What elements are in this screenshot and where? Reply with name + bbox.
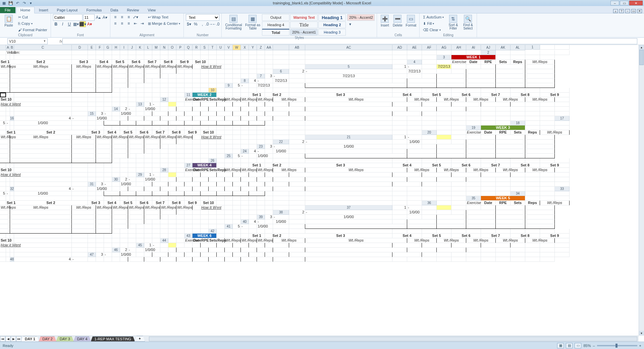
indent-dec[interactable]: ⇤ <box>132 20 139 27</box>
align-left[interactable]: ≡ <box>112 20 118 27</box>
help-icon[interactable]: ? <box>619 9 624 13</box>
formula-input[interactable] <box>62 38 637 44</box>
cell-styles-gallery[interactable]: Output Warning Text Heading 1 Heading 4 … <box>262 14 346 36</box>
cond-icon: ▤ <box>229 15 237 23</box>
merge-icon: ⊞ <box>148 21 151 26</box>
group-label: Font <box>53 33 108 37</box>
underline-button[interactable]: U <box>66 21 72 27</box>
wrap-text[interactable]: ↩Wrap Text <box>147 14 182 20</box>
style-warning[interactable]: Warning Text <box>290 14 318 21</box>
qat-undo[interactable]: ↶ <box>15 1 20 5</box>
group-cells: ➕Insert ➖Delete ▭Format Cells <box>377 13 420 37</box>
align-bottom[interactable]: ≡ <box>126 14 132 20</box>
paste-button[interactable]: 📋Paste <box>2 14 15 27</box>
group-editing: ΣAutoSum▾ ⬇Fill▾ ⌫Clear▾ ⇅Sort & Filter … <box>420 13 477 37</box>
style-accent2[interactable]: 20% - Accent2 <box>347 14 375 21</box>
tab-home[interactable]: Home <box>16 7 35 13</box>
excel-icon: ▦ <box>1 1 7 5</box>
border-button[interactable]: ▦▾ <box>73 21 79 27</box>
qat-redo[interactable]: ↷ <box>21 1 27 5</box>
qat-save[interactable]: 💾 <box>8 1 13 5</box>
inc-decimal[interactable]: .0→ <box>206 21 212 27</box>
group-label: Number <box>186 33 219 37</box>
fill-color[interactable]: ⬛▾ <box>80 21 86 27</box>
tab-data[interactable]: Data <box>106 7 122 13</box>
copy-button[interactable]: ⎘Copy▾ <box>17 20 49 27</box>
format-painter-button[interactable]: 🖌Format Painter <box>17 27 49 33</box>
comma[interactable]: , <box>199 21 205 27</box>
indent-inc[interactable]: ⇥ <box>139 20 145 27</box>
italic-button[interactable]: I <box>60 21 66 27</box>
group-label: Cells <box>379 33 417 37</box>
ribbon-minimize[interactable]: ▵ <box>613 9 618 13</box>
font-name[interactable] <box>53 14 83 21</box>
name-box[interactable]: V10▼ <box>7 38 48 44</box>
style-heading1[interactable]: Heading 1 <box>318 14 346 21</box>
copy-icon: ⎘ <box>18 21 20 26</box>
insert-cells[interactable]: ➕Insert <box>379 14 390 27</box>
style-heading3[interactable]: Heading 3 <box>318 29 346 36</box>
tab-file[interactable]: File <box>0 7 15 13</box>
format-cells[interactable]: ▭Format <box>405 14 417 27</box>
style-accent1[interactable]: 20% - Accent1 <box>290 29 318 36</box>
shrink-font[interactable]: A▾ <box>102 14 108 20</box>
currency[interactable]: $▾ <box>186 21 192 27</box>
sigma-icon: Σ <box>423 15 425 19</box>
tab-formulas[interactable]: Formulas <box>82 7 106 13</box>
group-label: Editing <box>422 33 475 37</box>
qat-custom[interactable]: ▾ <box>28 1 34 5</box>
style-heading2[interactable]: Heading 2 <box>318 21 346 28</box>
number-format[interactable]: Text <box>186 14 219 21</box>
win-max[interactable]: ▭ <box>620 1 629 5</box>
formula-bar: V10▼ fx <box>0 38 644 45</box>
doc-close[interactable]: ✕ <box>637 9 642 13</box>
style-heading4[interactable]: Heading 4 <box>262 21 289 28</box>
win-min[interactable]: – <box>610 1 619 5</box>
orientation[interactable]: ⤢▾ <box>132 14 139 20</box>
tab-review[interactable]: Review <box>122 7 143 13</box>
style-total[interactable]: Total <box>262 29 289 36</box>
tab-insert[interactable]: Insert <box>35 7 53 13</box>
align-center[interactable]: ≡ <box>119 20 125 27</box>
cut-icon: ✂ <box>18 15 21 19</box>
wrap-icon: ↩ <box>148 15 151 19</box>
win-close[interactable]: ✕ <box>629 1 643 5</box>
brush-icon: 🖌 <box>18 28 22 32</box>
style-output[interactable]: Output <box>262 14 289 21</box>
group-font: A▴ A▾ B I U ▦▾ ⬛▾ A▾ Font <box>51 13 110 37</box>
style-title[interactable]: Title <box>290 21 318 28</box>
doc-min[interactable]: – <box>625 9 630 13</box>
format-icon: ▭ <box>407 15 415 23</box>
group-label: Clipboard <box>2 33 49 37</box>
fx-label[interactable]: fx <box>49 39 62 43</box>
delete-cells[interactable]: ➖Delete <box>392 14 403 27</box>
font-size[interactable] <box>83 14 95 21</box>
align-top[interactable]: ≡ <box>112 14 118 20</box>
ribbon-tabs: File Home Insert Page Layout Formulas Da… <box>0 6 644 13</box>
doc-restore[interactable]: ▭ <box>631 9 636 13</box>
tab-pagelayout[interactable]: Page Layout <box>53 7 82 13</box>
font-color[interactable]: A▾ <box>87 21 93 27</box>
styles-more[interactable]: ▾ <box>347 21 353 27</box>
ribbon: 📋Paste ✂Cut ⎘Copy▾ 🖌Format Painter Clipb… <box>0 13 644 38</box>
bold-button[interactable]: B <box>53 21 59 27</box>
sort-filter[interactable]: ⇅Sort & Filter <box>446 14 460 30</box>
clear[interactable]: ⌫Clear▾ <box>422 27 445 33</box>
fill[interactable]: ⬇Fill▾ <box>422 20 445 27</box>
format-as-table[interactable]: ▦Format as Table <box>245 14 261 30</box>
find-select[interactable]: 🔍Find & Select <box>461 14 475 30</box>
autosum[interactable]: ΣAutoSum▾ <box>422 14 445 20</box>
grow-font[interactable]: A▴ <box>95 14 101 20</box>
cut-button[interactable]: ✂Cut <box>17 14 49 20</box>
dec-decimal[interactable]: ←.0 <box>213 21 219 27</box>
delete-icon: ➖ <box>393 15 401 23</box>
align-right[interactable]: ≡ <box>126 20 132 27</box>
percent[interactable]: % <box>193 21 199 27</box>
fill-icon: ⬇ <box>423 21 426 26</box>
conditional-formatting[interactable]: ▤Conditional Formatting <box>224 14 243 30</box>
merge-center[interactable]: ⊞Merge & Center▾ <box>147 20 182 27</box>
group-alignment: ≡ ≡ ≡ ⤢▾ ≡ ≡ ≡ ⇤ ⇥ ↩Wrap Text ⊞Merge & C… <box>110 13 184 37</box>
align-middle[interactable]: ≡ <box>119 14 125 20</box>
tab-view[interactable]: View <box>144 7 160 13</box>
group-number: Text $▾ % , .0→ ←.0 Number <box>184 13 222 37</box>
